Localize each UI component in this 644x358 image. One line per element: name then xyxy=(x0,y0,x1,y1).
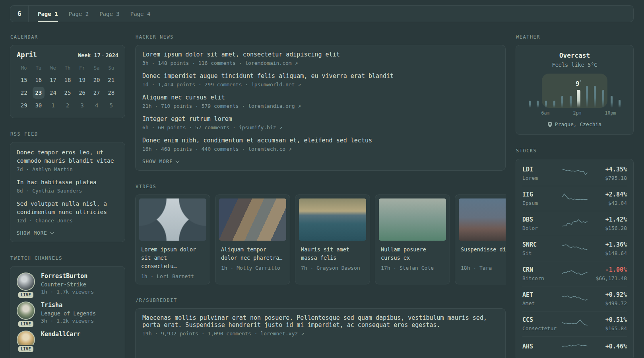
hn-item-meta: 16h · 468 points · 440 comments · loremt… xyxy=(142,146,499,152)
middle-column: HACKER NEWS Lorem ipsum dolor sit amet, … xyxy=(135,34,506,358)
video-thumbnail[interactable] xyxy=(459,198,506,241)
weather-bar xyxy=(602,90,604,108)
stock-row[interactable]: DBS Dolor +1.42% $156.28 xyxy=(522,211,627,236)
twitch-channel-name[interactable]: KendallCarr xyxy=(41,331,80,338)
hn-item-stats: 1d · 1,414 points · 299 comments · xyxy=(142,82,251,88)
video-card[interactable]: Nullam posuere cursus ex 17h · Stefan Co… xyxy=(375,195,450,284)
stock-price: $66,171.48 xyxy=(588,275,627,281)
calendar-day-grid: 1516171819202122232425262728293012345 xyxy=(17,73,118,111)
hn-item-title[interactable]: Lorem ipsum dolor sit amet, consectetur … xyxy=(142,51,499,58)
twitch-channel-game: Counter-Strike xyxy=(41,281,94,288)
weather-bar-slot xyxy=(534,101,542,108)
subreddit-post-title[interactable]: Maecenas mollis pulvinar erat non posuer… xyxy=(142,314,499,329)
weather-bar-slot xyxy=(558,96,566,108)
video-title[interactable]: Aliquam tempor dolor nec pharetra… xyxy=(221,245,284,262)
video-card[interactable]: Aliquam tempor dolor nec pharetra… 1h · … xyxy=(215,195,290,284)
hn-item: Donec imperdiet augue tincidunt felis al… xyxy=(142,72,499,88)
hn-item-meta: 6h · 60 points · 57 comments · ipsumify.… xyxy=(142,125,499,130)
video-card[interactable]: Lorem ipsum dolor sit amet consectetu… 1… xyxy=(135,195,210,284)
rss-item-title[interactable]: Donec tempor eros leo, ut commodo mauris… xyxy=(17,148,118,165)
hn-item-title[interactable]: Aliquam nec cursus elit xyxy=(142,94,499,101)
hn-item-title[interactable]: Donec enim nibh, condimentum et accumsan… xyxy=(142,137,499,144)
calendar-day: 4 xyxy=(91,99,103,111)
twitch-channel-name[interactable]: ForrestBurton xyxy=(41,272,94,280)
hackernews-show-more-button[interactable]: SHOW MORE xyxy=(142,158,499,164)
video-title[interactable]: Lorem ipsum dolor sit amet consectetu… xyxy=(141,245,204,270)
stock-change: +1.36% xyxy=(588,241,627,248)
weather-bar xyxy=(553,101,555,108)
subreddit-post-list: Maecenas mollis pulvinar erat non posuer… xyxy=(142,314,499,337)
stock-name: Lorem xyxy=(522,175,562,181)
calendar-year: 2024 xyxy=(105,52,118,58)
calendar-day: 29 xyxy=(18,99,30,111)
stock-row[interactable]: AHS +0.46% xyxy=(522,336,627,358)
hn-item-title[interactable]: Donec imperdiet augue tincidunt felis al… xyxy=(142,72,499,80)
video-thumbnail[interactable] xyxy=(139,198,206,241)
stock-change: +0.92% xyxy=(588,291,627,298)
video-thumbnail[interactable] xyxy=(219,198,286,241)
hackernews-show-more-label: SHOW MORE xyxy=(142,158,173,164)
stock-sparkline xyxy=(562,218,588,230)
page-tab[interactable]: Page 2 xyxy=(69,6,89,22)
external-link-icon: ↗ xyxy=(279,125,282,130)
calendar-day: 3 xyxy=(76,99,88,111)
page-tab[interactable]: Page 1 xyxy=(38,6,58,22)
twitch-channel-row[interactable]: LIVE Trisha League of Legends 3h · 1.2k … xyxy=(17,302,118,324)
calendar-section-label: CALENDAR xyxy=(10,34,125,40)
weather-hour-label: 10pm xyxy=(605,110,616,116)
hn-item-title[interactable]: Integer eget rutrum lorem xyxy=(142,115,499,123)
subreddit-post-link[interactable]: loremnet.xyz xyxy=(260,331,298,337)
video-thumbnail[interactable] xyxy=(379,198,446,241)
video-title[interactable]: Nullam posuere cursus ex xyxy=(381,245,444,262)
twitch-channel-row[interactable]: LIVE ForrestBurton Counter-Strike 1h · 1… xyxy=(17,272,118,295)
twitch-widget: TWITCH CHANNELS LIVE ForrestBurton Count… xyxy=(10,255,125,358)
stock-right: +0.46% xyxy=(588,343,627,352)
hn-item-source-link[interactable]: loremlandia.org xyxy=(248,103,295,109)
stock-row[interactable]: SNRC Sit +1.36% $148.64 xyxy=(522,236,627,261)
hn-item-source-link[interactable]: ipsumify.biz xyxy=(239,125,276,130)
external-link-icon: ↗ xyxy=(295,60,298,66)
calendar-day: 19 xyxy=(76,74,88,86)
video-card[interactable]: Mauris sit amet massa felis 7h · Grayson… xyxy=(295,195,370,284)
rss-item-meta: 7d · Ashlyn Martin xyxy=(17,166,118,172)
calendar-day: 26 xyxy=(76,87,88,99)
hn-item-source-link[interactable]: ipsumworld.net xyxy=(251,82,295,88)
rss-item-meta: 8d · Cynthia Saunders xyxy=(17,188,118,194)
calendar-day: 28 xyxy=(105,87,117,99)
video-title[interactable]: Mauris sit amet massa felis xyxy=(301,245,364,262)
weather-section-label: WEATHER xyxy=(516,34,634,40)
stock-symbol: AHS xyxy=(522,343,562,350)
hn-item: Aliquam nec cursus elit 21h · 710 points… xyxy=(142,94,499,109)
videos-widget: VIDEOS Lorem ipsum dolor sit amet consec… xyxy=(135,184,506,284)
twitch-channel-row[interactable]: LIVE KendallCarr xyxy=(17,331,118,349)
stock-row[interactable]: CRN Bitcorn -1.00% $66,171.48 xyxy=(522,261,627,286)
stock-row[interactable]: AET Amet +0.92% $499.72 xyxy=(522,286,627,311)
page-tab[interactable]: Page 4 xyxy=(130,6,151,22)
video-card[interactable]: Suspendisse diam 18h · Tara xyxy=(455,195,506,284)
stock-row[interactable]: IIG Ipsum +2.84% $42.04 xyxy=(522,186,627,211)
video-thumbnail[interactable] xyxy=(299,198,366,241)
stock-row[interactable]: CCS Consectetur +0.51% $165.84 xyxy=(522,311,627,336)
page-tab[interactable]: Page 3 xyxy=(99,6,120,22)
hn-item-source-link[interactable]: loremdomain.com xyxy=(245,60,291,66)
twitch-channel-meta: 1h · 1.7k viewers xyxy=(41,289,94,295)
external-link-icon: ↗ xyxy=(289,146,292,152)
stock-symbol: AET xyxy=(522,291,562,298)
video-card-row: Lorem ipsum dolor sit amet consectetu… 1… xyxy=(135,195,506,284)
weather-bar-slot xyxy=(591,86,599,108)
page-tab-label: Page 1 xyxy=(38,11,58,17)
rss-item-title[interactable]: Sed volutpat nulla nisl, a condimentum n… xyxy=(17,200,118,216)
video-title[interactable]: Suspendisse diam xyxy=(461,245,506,262)
stock-sparkline xyxy=(562,341,588,353)
rss-item-title[interactable]: In hac habitasse platea xyxy=(17,178,118,187)
hn-item-source-link[interactable]: loremtech.co xyxy=(248,146,285,152)
rss-show-more-label: SHOW MORE xyxy=(17,230,47,236)
stock-row[interactable]: LDI Lorem +4.35% $795.18 xyxy=(522,161,627,186)
stock-name: Ipsum xyxy=(522,200,562,206)
rss-show-more-button[interactable]: SHOW MORE xyxy=(17,230,118,236)
twitch-channel-name[interactable]: Trisha xyxy=(41,302,96,309)
weather-location-label: Prague, Czechia xyxy=(555,121,601,127)
rss-section-label: RSS FEED xyxy=(10,131,125,137)
dashboard: CALENDAR April Week 17·2024 MoTuWeThFrSa… xyxy=(0,22,644,358)
videos-section-label: VIDEOS xyxy=(136,184,506,189)
